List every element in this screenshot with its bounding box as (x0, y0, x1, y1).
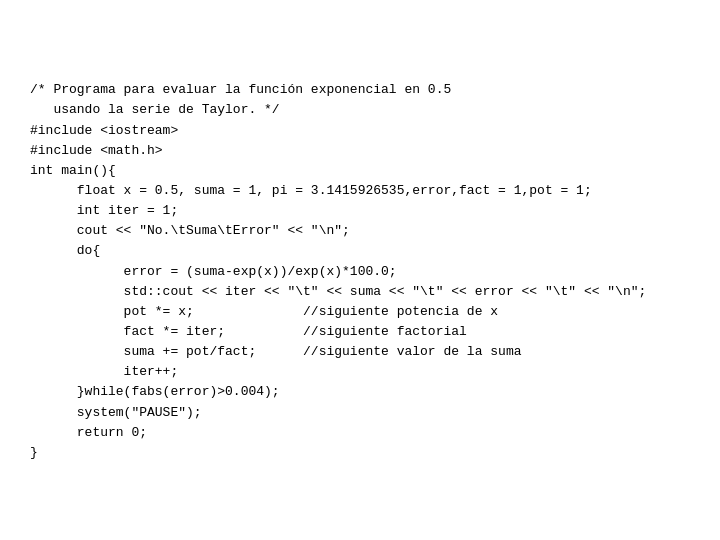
code-line: }while(fabs(error)>0.004); (30, 382, 690, 402)
code-line: int main(){ (30, 161, 690, 181)
code-line (30, 60, 690, 80)
code-line: usando la serie de Taylor. */ (30, 100, 690, 120)
code-line: #include <iostream> (30, 121, 690, 141)
code-line: pot *= x; //siguiente potencia de x (30, 302, 690, 322)
code-line: system("PAUSE"); (30, 403, 690, 423)
code-line: return 0; (30, 423, 690, 443)
code-line: fact *= iter; //siguiente factorial (30, 322, 690, 342)
code-line: iter++; (30, 362, 690, 382)
code-block: /* Programa para evaluar la función expo… (0, 0, 720, 503)
code-line: error = (suma-exp(x))/exp(x)*100.0; (30, 262, 690, 282)
code-line: do{ (30, 241, 690, 261)
code-line: int iter = 1; (30, 201, 690, 221)
code-line: } (30, 443, 690, 463)
code-line: /* Programa para evaluar la función expo… (30, 80, 690, 100)
code-line: suma += pot/fact; //siguiente valor de l… (30, 342, 690, 362)
code-line: cout << "No.\tSuma\tError" << "\n"; (30, 221, 690, 241)
code-line: float x = 0.5, suma = 1, pi = 3.14159265… (30, 181, 690, 201)
code-line: std::cout << iter << "\t" << suma << "\t… (30, 282, 690, 302)
code-line: #include <math.h> (30, 141, 690, 161)
